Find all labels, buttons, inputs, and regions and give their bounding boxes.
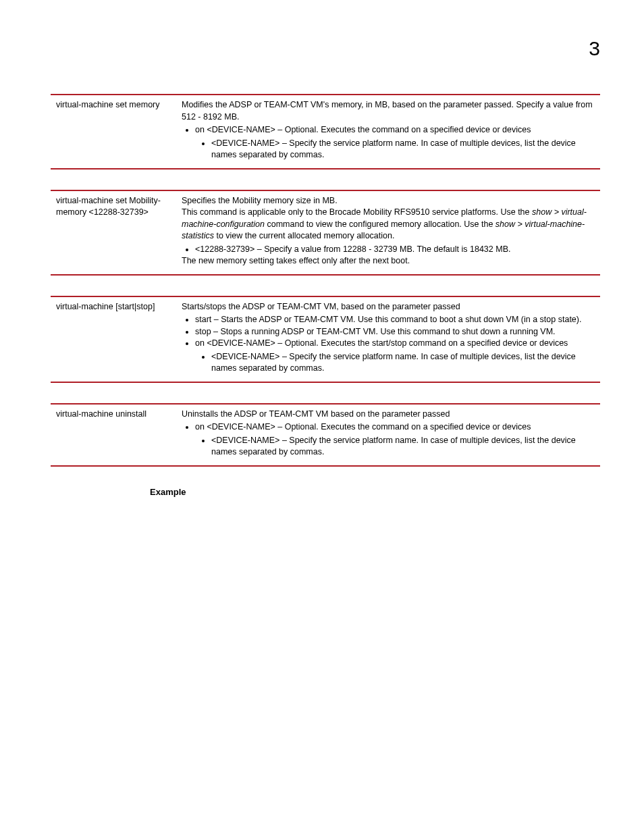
text: Uninstalls the ADSP or TEAM-CMT VM based… xyxy=(182,409,595,421)
list-item: <DEVICE-NAME> – Specify the service plat… xyxy=(211,138,595,161)
command-description: Uninstalls the ADSP or TEAM-CMT VM based… xyxy=(182,409,595,459)
command-name: virtual-machine uninstall xyxy=(56,409,182,459)
list-item: on <DEVICE-NAME> – Optional. Executes th… xyxy=(195,421,595,459)
text: on <DEVICE-NAME> – Optional. Executes th… xyxy=(195,125,531,134)
text: The new memory setting takes effect only… xyxy=(182,255,595,267)
command-description: Starts/stops the ADSP or TEAM-CMT VM, ba… xyxy=(182,301,595,375)
text: Specifies the Mobility memory size in MB… xyxy=(182,195,595,207)
text: This command is applicable only to the B… xyxy=(182,207,595,242)
table-row: virtual-machine [start|stop] Starts/stop… xyxy=(51,296,600,383)
list-item: start – Starts the ADSP or TEAM-CMT VM. … xyxy=(195,314,595,326)
command-name: virtual-machine [start|stop] xyxy=(56,301,182,375)
text: on <DEVICE-NAME> – Optional. Executes th… xyxy=(195,422,531,432)
list-item: <12288-32739> – Specify a value from 122… xyxy=(195,244,595,256)
text: This command is applicable only to the B… xyxy=(182,207,532,217)
table-row: virtual-machine set Mobility-memory <122… xyxy=(51,190,600,276)
command-name: virtual-machine set memory xyxy=(56,99,182,161)
text: Modifies the ADSP or TEAM-CMT VM's memor… xyxy=(182,99,595,123)
command-description: Modifies the ADSP or TEAM-CMT VM's memor… xyxy=(182,99,595,161)
list-item: <DEVICE-NAME> – Specify the service plat… xyxy=(211,351,595,375)
command-name: virtual-machine set Mobility-memory <122… xyxy=(56,195,182,267)
list-item: <DEVICE-NAME> – Specify the service plat… xyxy=(211,435,595,459)
text: command to view the configured memory al… xyxy=(265,219,495,229)
table-row: virtual-machine uninstall Uninstalls the… xyxy=(51,403,600,467)
command-description: Specifies the Mobility memory size in MB… xyxy=(182,195,595,267)
page-number: 3 xyxy=(51,37,600,60)
list-item: stop – Stops a running ADSP or TEAM-CMT … xyxy=(195,326,595,338)
list-item: on <DEVICE-NAME> – Optional. Executes th… xyxy=(195,338,595,375)
list-item: on <DEVICE-NAME> – Optional. Executes th… xyxy=(195,124,595,161)
text: Starts/stops the ADSP or TEAM-CMT VM, ba… xyxy=(182,301,595,313)
text: on <DEVICE-NAME> – Optional. Executes th… xyxy=(195,338,568,348)
table-row: virtual-machine set memory Modifies the … xyxy=(51,94,600,170)
section-heading-example: Example xyxy=(150,487,600,497)
text: to view the current allocated memory all… xyxy=(214,231,395,240)
